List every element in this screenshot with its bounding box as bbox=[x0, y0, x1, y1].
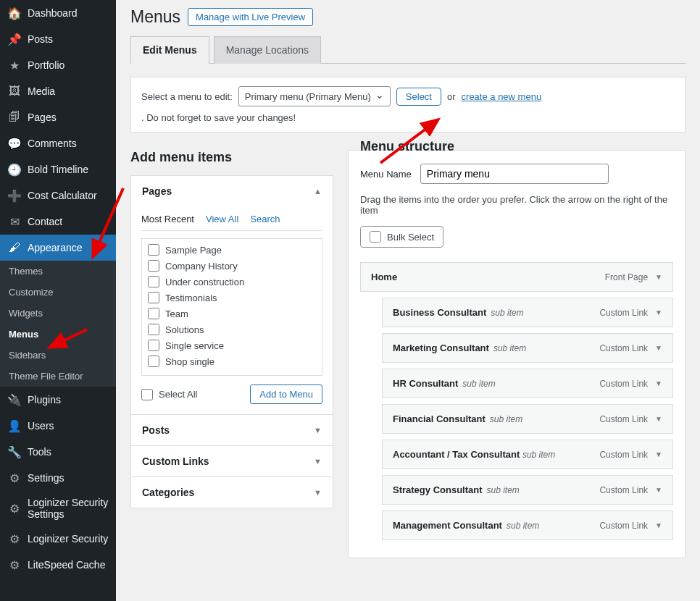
sidebar-item-label: Contact bbox=[28, 216, 62, 227]
manage-live-preview-button[interactable]: Manage with Live Preview bbox=[188, 8, 313, 26]
accordion-pages-body: Most Recent View All Search Sample Page … bbox=[131, 206, 333, 414]
menu-item-business-consultant[interactable]: Business Consultantsub item Custom Link▼ bbox=[382, 298, 673, 327]
accordion-categories-label: Categories bbox=[142, 487, 194, 498]
caret-down-icon[interactable]: ▼ bbox=[655, 486, 662, 494]
comments-icon: 💬 bbox=[7, 136, 22, 151]
page-list-item[interactable]: Team bbox=[146, 306, 317, 321]
submenu-item-sidebars[interactable]: Sidebars bbox=[0, 345, 116, 366]
page-checkbox[interactable] bbox=[148, 356, 159, 367]
submenu-item-menus[interactable]: Menus bbox=[0, 324, 116, 345]
page-list-item[interactable]: Company History bbox=[146, 258, 317, 274]
menu-item-hr-consultant[interactable]: HR Consultantsub item Custom Link▼ bbox=[382, 369, 673, 398]
pages-list[interactable]: Sample Page Company History Under constr… bbox=[141, 238, 322, 376]
accordion-custom-links-head[interactable]: Custom Links ▼ bbox=[131, 446, 333, 476]
menu-item-marketing-consultant[interactable]: Marketing Consultantsub item Custom Link… bbox=[382, 333, 673, 363]
add-to-menu-button[interactable]: Add to Menu bbox=[250, 384, 322, 404]
sidebar-submenu-appearance: Themes Customize Widgets Menus Sidebars … bbox=[0, 261, 116, 387]
page-checkbox[interactable] bbox=[148, 340, 159, 351]
sidebar-item-users[interactable]: 👤Users bbox=[0, 413, 116, 439]
structure-hint: Drag the items into the order you prefer… bbox=[360, 194, 673, 216]
sidebar-item-litespeed-cache[interactable]: ⚙LiteSpeed Cache bbox=[0, 552, 116, 578]
bulk-select-button[interactable]: Bulk Select bbox=[360, 226, 443, 248]
pages-inner-tabs: Most Recent View All Search bbox=[141, 206, 322, 231]
sidebar-item-pages[interactable]: 🗐Pages bbox=[0, 104, 116, 130]
accordion-pages-head[interactable]: Pages ▲ bbox=[131, 176, 333, 206]
submenu-item-widgets[interactable]: Widgets bbox=[0, 303, 116, 324]
page-list-item[interactable]: Testimonials bbox=[146, 290, 317, 306]
sidebar-item-contact[interactable]: ✉Contact bbox=[0, 209, 116, 235]
submenu-item-themes[interactable]: Themes bbox=[0, 261, 116, 282]
caret-down-icon[interactable]: ▼ bbox=[655, 308, 662, 316]
caret-down-icon[interactable]: ▼ bbox=[655, 344, 662, 352]
page-checkbox[interactable] bbox=[148, 260, 159, 272]
inner-tab-search[interactable]: Search bbox=[250, 214, 280, 224]
sidebar-item-appearance[interactable]: 🖌Appearance bbox=[0, 235, 116, 261]
sidebar-item-label: Loginizer Security bbox=[28, 533, 108, 545]
caret-down-icon[interactable]: ▼ bbox=[655, 415, 662, 423]
sidebar-item-dashboard[interactable]: 🏠Dashboard bbox=[0, 0, 116, 26]
page-checkbox[interactable] bbox=[148, 244, 159, 256]
inner-tab-view-all[interactable]: View All bbox=[206, 214, 238, 224]
submenu-item-theme-file-editor[interactable]: Theme File Editor bbox=[0, 366, 116, 387]
sidebar-item-posts[interactable]: 📌Posts bbox=[0, 26, 116, 52]
sidebar-item-plugins[interactable]: 🔌Plugins bbox=[0, 387, 116, 413]
sidebar-item-cost-calculator[interactable]: ➕Cost Calculator bbox=[0, 182, 116, 209]
dashboard-icon: 🏠 bbox=[7, 6, 22, 20]
contact-icon: ✉ bbox=[7, 214, 22, 229]
caret-down-icon[interactable]: ▼ bbox=[655, 450, 662, 458]
menu-item-management-consultant[interactable]: Management Consultantsub item Custom Lin… bbox=[382, 510, 673, 540]
menu-name-label: Menu Name bbox=[360, 169, 412, 180]
sidebar-item-portfolio[interactable]: ★Portfolio bbox=[0, 52, 116, 78]
sidebar-item-media[interactable]: 🖼Media bbox=[0, 78, 116, 104]
accordion-categories: Categories ▼ bbox=[130, 476, 333, 508]
plugins-icon: 🔌 bbox=[7, 392, 22, 407]
page-list-item[interactable]: Sample Page bbox=[146, 242, 317, 258]
page-checkbox[interactable] bbox=[148, 276, 159, 287]
page-header: Menus Manage with Live Preview bbox=[130, 7, 686, 27]
caret-down-icon[interactable]: ▼ bbox=[655, 273, 662, 281]
sidebar-item-loginizer-security-settings[interactable]: ⚙Loginizer Security Settings bbox=[0, 491, 116, 526]
accordion-posts-label: Posts bbox=[142, 424, 170, 436]
sidebar-item-label: Tools bbox=[28, 446, 51, 458]
create-new-menu-link[interactable]: create a new menu bbox=[462, 91, 542, 102]
select-button[interactable]: Select bbox=[396, 88, 441, 106]
select-all-checkbox[interactable] bbox=[141, 389, 153, 400]
menu-item-strategy-consultant[interactable]: Strategy Consultantsub item Custom Link▼ bbox=[382, 475, 673, 505]
admin-sidebar: 🏠Dashboard 📌Posts ★Portfolio 🖼Media 🗐Pag… bbox=[0, 0, 116, 601]
menu-name-input[interactable] bbox=[420, 164, 609, 184]
accordion-pages-foot: Select All Add to Menu bbox=[141, 384, 322, 404]
menu-select-dropdown[interactable]: Primary menu (Primary Menu) bbox=[238, 86, 391, 106]
select-all-label[interactable]: Select All bbox=[141, 389, 197, 400]
page-checkbox[interactable] bbox=[148, 324, 159, 335]
accordion-posts-head[interactable]: Posts ▼ bbox=[131, 415, 333, 445]
page-list-item[interactable]: Shop single bbox=[146, 353, 317, 369]
or-text: or bbox=[447, 91, 456, 102]
menu-item-home[interactable]: Home Front Page▼ bbox=[360, 262, 673, 292]
sidebar-item-bold-timeline[interactable]: 🕘Bold Timeline bbox=[0, 156, 116, 182]
sidebar-item-settings[interactable]: ⚙Settings bbox=[0, 465, 116, 491]
page-list-item[interactable]: Under construction bbox=[146, 274, 317, 290]
accordion-categories-head[interactable]: Categories ▼ bbox=[131, 477, 333, 508]
page-checkbox[interactable] bbox=[148, 292, 159, 303]
posts-icon: 📌 bbox=[7, 32, 22, 46]
sidebar-item-loginizer-security[interactable]: ⚙Loginizer Security bbox=[0, 526, 116, 552]
sidebar-item-label: Posts bbox=[28, 33, 53, 45]
sidebar-item-tools[interactable]: 🔧Tools bbox=[0, 439, 116, 465]
inner-tab-most-recent[interactable]: Most Recent bbox=[141, 214, 194, 224]
sidebar-item-comments[interactable]: 💬Comments bbox=[0, 130, 116, 156]
tab-edit-menus[interactable]: Edit Menus bbox=[130, 36, 209, 64]
caret-down-icon[interactable]: ▼ bbox=[655, 521, 662, 529]
page-list-item[interactable]: Single service bbox=[146, 337, 317, 353]
page-list-item[interactable]: Solutions bbox=[146, 321, 317, 337]
caret-down-icon[interactable]: ▼ bbox=[655, 379, 662, 387]
tab-manage-locations[interactable]: Manage Locations bbox=[214, 36, 321, 64]
media-icon: 🖼 bbox=[7, 84, 22, 98]
users-icon: 👤 bbox=[7, 419, 22, 433]
page-checkbox[interactable] bbox=[148, 308, 159, 319]
bulk-select-checkbox[interactable] bbox=[370, 231, 381, 243]
menu-item-financial-consultant[interactable]: Financial Consultantsub item Custom Link… bbox=[382, 404, 673, 434]
menu-name-row: Menu Name bbox=[360, 164, 673, 184]
caret-down-icon: ▼ bbox=[314, 457, 322, 466]
submenu-item-customize[interactable]: Customize bbox=[0, 282, 116, 303]
menu-item-accountant-tax-consultant[interactable]: Accountant / Tax Consultant sub item Cus… bbox=[382, 440, 673, 469]
